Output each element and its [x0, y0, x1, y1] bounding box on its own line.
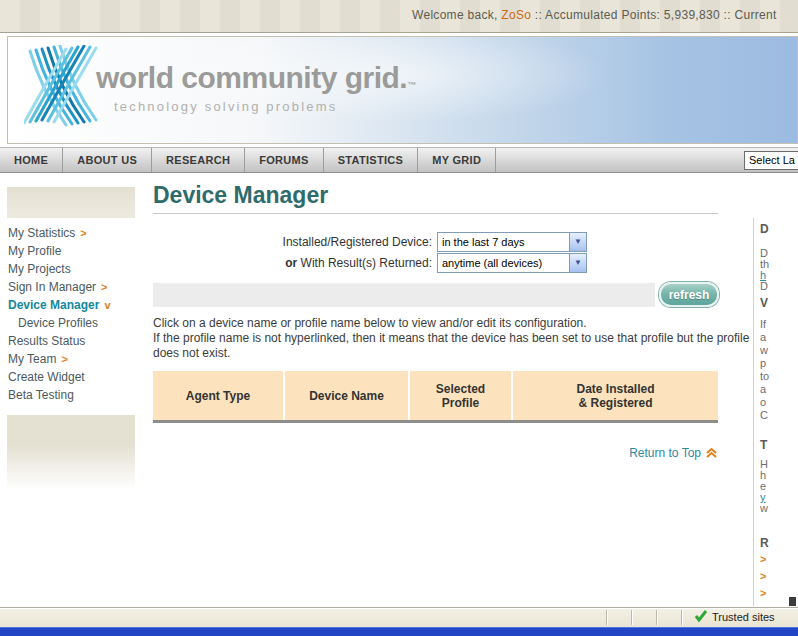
chevron-right-icon: >	[61, 353, 67, 365]
trusted-sites-label: Trusted sites	[712, 611, 775, 623]
browser-status-bar	[0, 607, 798, 627]
trusted-checkmark-icon	[694, 609, 708, 622]
right-panel-text: p	[760, 357, 798, 369]
status-bar-divider	[606, 610, 607, 625]
chevron-down-icon: ▼	[569, 254, 586, 272]
chevron-right-icon: >	[80, 227, 86, 239]
status-bar-divider	[656, 610, 657, 625]
sidebar-decoration-bottom	[7, 415, 135, 490]
taskbar-edge	[0, 627, 798, 636]
right-panel-text: D	[760, 280, 798, 292]
scrollbar-corner[interactable]	[789, 597, 796, 606]
nav-item-statistics[interactable]: STATISTICS	[324, 148, 419, 172]
nav-item-forums[interactable]: FORUMS	[245, 148, 323, 172]
nav-item-my-grid[interactable]: MY GRID	[418, 148, 496, 172]
sidebar-item-my-projects[interactable]: My Projects	[8, 260, 150, 278]
right-panel-text: a	[760, 331, 798, 343]
nav-item-home[interactable]: HOME	[0, 148, 63, 172]
results-returned-filter-row: or With Result(s) Returned: anytime (all…	[153, 252, 587, 273]
sidebar-item-create-widget[interactable]: Create Widget	[8, 368, 150, 386]
trademark-symbol: ™	[407, 80, 416, 90]
nav-item-research[interactable]: RESEARCH	[152, 148, 245, 172]
right-panel-heading: V	[760, 296, 798, 310]
language-select[interactable]: Select La	[744, 151, 798, 170]
right-panel-bullet-link[interactable]: >	[760, 553, 798, 565]
welcome-message: Welcome back, ZoSo :: Accumulated Points…	[412, 8, 777, 22]
username-link[interactable]: ZoSo	[501, 8, 531, 22]
sidebar-item-device-profiles[interactable]: Device Profiles	[8, 314, 150, 332]
refresh-button[interactable]: refresh	[659, 282, 719, 307]
status-bar-divider	[681, 610, 682, 625]
title-divider	[153, 213, 718, 214]
column-header-agent-type: Agent Type	[153, 371, 283, 420]
points-and-status: :: Accumulated Points: 5,939,830 :: Curr…	[531, 8, 776, 22]
right-panel-divider	[753, 218, 754, 606]
nav-item-about-us[interactable]: ABOUT US	[63, 148, 152, 172]
chevron-right-icon: >	[101, 281, 107, 293]
page-title: Device Manager	[153, 182, 328, 209]
status-bar-divider	[631, 610, 632, 625]
installed-device-filter-row: Installed/Registered Device: in the last…	[153, 231, 587, 252]
right-panel-text: a	[760, 383, 798, 395]
sidebar-item-beta-testing[interactable]: Beta Testing	[8, 386, 150, 404]
logo-tagline: technology solving problems	[114, 99, 337, 114]
double-chevron-up-icon	[705, 447, 718, 458]
sidebar-item-my-statistics[interactable]: My Statistics>	[8, 224, 150, 242]
right-panel-text: w	[760, 502, 798, 514]
sidebar-item-results-status[interactable]: Results Status	[8, 332, 150, 350]
right-panel-heading: R	[760, 536, 798, 550]
right-panel-text: C	[760, 409, 798, 421]
top-status-strip: Welcome back, ZoSo :: Accumulated Points…	[0, 0, 798, 33]
chevron-down-icon: ▼	[569, 233, 586, 251]
instruction-line-1: Click on a device name or profile name b…	[153, 316, 753, 331]
right-panel-text: to	[760, 370, 798, 382]
column-header-device-name: Device Name	[283, 371, 408, 420]
results-returned-label: or With Result(s) Returned:	[285, 256, 432, 270]
toolbar-strip	[153, 283, 655, 307]
right-panel-heading: D	[760, 222, 798, 236]
instructions-text: Click on a device name or profile name b…	[153, 316, 753, 361]
browser-viewport: Welcome back, ZoSo :: Accumulated Points…	[0, 0, 798, 636]
main-nav: HOME ABOUT US RESEARCH FORUMS STATISTICS…	[0, 147, 798, 173]
column-header-selected-profile: Selected Profile	[408, 371, 511, 420]
right-panel-heading: T	[760, 438, 798, 452]
sidebar-item-device-manager[interactable]: Device Managerv	[8, 296, 150, 314]
sidebar-item-my-profile[interactable]: My Profile	[8, 242, 150, 260]
sidebar-decoration-top	[7, 187, 135, 218]
logo-wordmark: world community grid.™	[96, 61, 416, 95]
installed-device-select[interactable]: in the last 7 days ▼	[437, 232, 587, 252]
right-panel-text: w	[760, 344, 798, 356]
right-panel-text: If	[760, 318, 798, 330]
instruction-line-2: If the profile name is not hyperlinked, …	[153, 331, 753, 361]
site-header: world community grid.™ technology solvin…	[7, 36, 798, 144]
right-panel-text: o	[760, 396, 798, 408]
devices-table: Agent Type Device Name Selected Profile …	[153, 371, 718, 423]
installed-device-label: Installed/Registered Device:	[283, 235, 432, 249]
right-panel-bullet-link[interactable]: >	[760, 570, 798, 582]
chevron-down-icon: v	[104, 299, 110, 311]
sidebar-item-my-team[interactable]: My Team>	[8, 350, 150, 368]
wcg-logo-icon	[24, 45, 100, 135]
column-header-date-installed: Date Installed & Registered	[511, 371, 718, 420]
sidebar-item-sign-in-manager[interactable]: Sign In Manager>	[8, 278, 150, 296]
results-returned-select[interactable]: anytime (all devices) ▼	[437, 253, 587, 273]
sidebar-nav: My Statistics> My Profile My Projects Si…	[8, 224, 150, 404]
table-header-row: Agent Type Device Name Selected Profile …	[153, 371, 718, 423]
return-to-top-link[interactable]: Return to Top	[153, 446, 718, 460]
welcome-prefix: Welcome back,	[412, 8, 501, 22]
